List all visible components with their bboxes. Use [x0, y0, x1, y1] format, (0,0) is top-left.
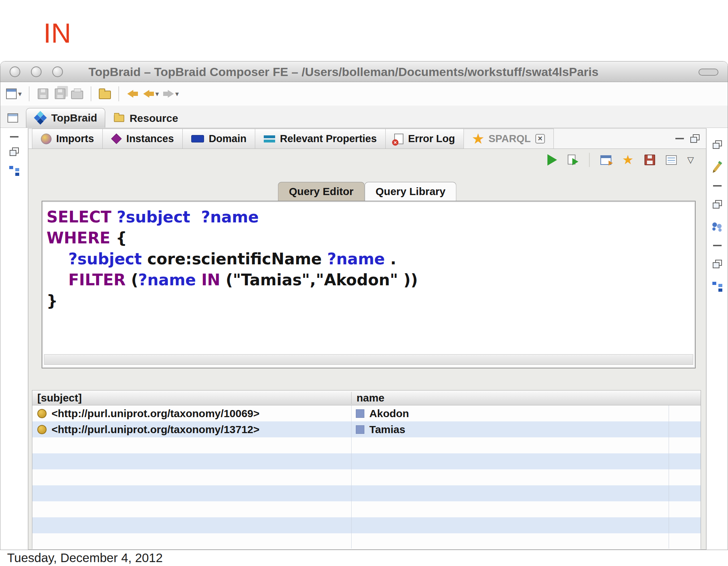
main-toolbar: ▾ ▾ ▾: [0, 82, 728, 105]
instances-view-icon[interactable]: [712, 222, 723, 231]
tab-domain[interactable]: Domain: [182, 129, 255, 149]
name-value: Akodon: [369, 408, 409, 420]
tab-label: Error Log: [408, 133, 455, 145]
code-line[interactable]: FILTER (?name IN ("Tamias","Akodon" )): [47, 269, 695, 290]
close-tab-icon[interactable]: ×: [535, 134, 545, 144]
table-row: [32, 533, 701, 549]
new-document-icon: [6, 88, 17, 99]
tab-label: Imports: [56, 133, 94, 145]
domain-icon: [191, 135, 204, 142]
open-resource-button[interactable]: [98, 86, 111, 102]
code-line[interactable]: ?subject core:scientificName ?name .: [47, 248, 695, 269]
column-divider: [351, 405, 352, 549]
sparql-view: Imports Instances Domain Relevant Proper…: [28, 128, 706, 550]
zoom-button[interactable]: [52, 66, 63, 77]
view-tab-bar: Imports Instances Domain Relevant Proper…: [28, 129, 706, 149]
save-icon: [38, 88, 48, 99]
chevron-down-icon[interactable]: ▾: [155, 90, 159, 98]
view-menu-dropdown-icon[interactable]: ▽: [687, 155, 694, 165]
minimize-icon[interactable]: [10, 136, 18, 138]
save-query-icon[interactable]: [644, 155, 655, 165]
sparql-toolbar: ★ ▽: [28, 149, 706, 171]
error-log-icon: [394, 134, 403, 144]
results-header: [subject] name: [32, 390, 701, 405]
perspective-tab-resource[interactable]: Resource: [105, 109, 186, 128]
table-row: [32, 501, 701, 517]
perspective-label: TopBraid: [51, 112, 97, 124]
table-row: [32, 517, 701, 533]
save-all-icon: [55, 88, 65, 99]
class-tree-view-icon[interactable]: [9, 166, 19, 176]
code-line[interactable]: WHERE {: [47, 227, 695, 248]
code-line[interactable]: SELECT ?subject ?name: [47, 206, 695, 227]
tab-query-library[interactable]: Query Library: [364, 182, 456, 201]
restore-view-icon[interactable]: [713, 200, 722, 209]
tab-imports[interactable]: Imports: [32, 129, 103, 149]
results-body: <http://purl.uniprot.org/taxonomy/10069>…: [32, 405, 701, 549]
open-perspective-icon[interactable]: [7, 113, 18, 123]
back-button[interactable]: ▾: [143, 86, 159, 102]
restore-view-icon[interactable]: [713, 140, 722, 149]
minimize-view-icon[interactable]: [675, 138, 684, 139]
run-query-icon[interactable]: [547, 154, 557, 166]
tab-label: SPARQL: [488, 133, 531, 145]
perspective-tab-topbraid[interactable]: TopBraid: [26, 108, 105, 128]
tab-query-editor[interactable]: Query Editor: [278, 182, 365, 201]
open-resource-icon: [99, 91, 111, 99]
query-library-list-icon[interactable]: [666, 155, 677, 165]
pin-query-icon[interactable]: ★: [622, 155, 633, 165]
save-button[interactable]: [37, 86, 49, 102]
tab-instances[interactable]: Instances: [102, 129, 183, 149]
subject-value: <http://purl.uniprot.org/taxonomy/13712>: [52, 424, 259, 436]
horizontal-scrollbar[interactable]: [44, 354, 693, 365]
maximize-view-icon[interactable]: [690, 134, 700, 143]
print-icon: [71, 91, 83, 99]
column-header-name[interactable]: name: [351, 392, 669, 404]
save-all-button[interactable]: [54, 86, 66, 102]
close-button[interactable]: [10, 66, 20, 77]
print-button[interactable]: [71, 86, 84, 102]
name-value: Tamias: [369, 424, 405, 436]
app-window: TopBraid – TopBraid Composer FE – /Users…: [0, 61, 728, 550]
run-query-to-file-icon[interactable]: [568, 155, 578, 165]
subject-value: <http://purl.uniprot.org/taxonomy/10069>: [52, 408, 259, 420]
minimize-button[interactable]: [31, 66, 42, 77]
chevron-down-icon[interactable]: ▾: [18, 90, 22, 98]
chevron-down-icon[interactable]: ▾: [175, 90, 179, 98]
query-tab-bar: Query Editor Query Library: [278, 182, 456, 201]
table-row[interactable]: <http://purl.uniprot.org/taxonomy/13712>…: [32, 421, 701, 437]
export-results-icon[interactable]: [600, 155, 611, 165]
hierarchy-view-icon[interactable]: [712, 282, 722, 292]
workbench: Imports Instances Domain Relevant Proper…: [0, 128, 728, 550]
table-row: [32, 485, 701, 501]
query-code[interactable]: SELECT ?subject ?nameWHERE { ?subject co…: [42, 201, 695, 311]
forward-button[interactable]: ▾: [163, 86, 179, 102]
tab-label: Relevant Properties: [280, 133, 376, 145]
tab-sparql[interactable]: ★ SPARQL ×: [464, 129, 554, 149]
resource-icon: [37, 409, 47, 418]
table-row[interactable]: <http://purl.uniprot.org/taxonomy/10069>…: [32, 405, 701, 421]
perspective-label: Resource: [129, 112, 178, 124]
tab-relevant-properties[interactable]: Relevant Properties: [255, 129, 385, 149]
column-header-subject[interactable]: [subject]: [32, 392, 351, 404]
restore-view-icon[interactable]: [10, 147, 19, 156]
edit-view-icon[interactable]: [713, 162, 721, 171]
imports-icon: [41, 134, 52, 144]
code-line[interactable]: }: [47, 290, 695, 311]
properties-icon: [264, 134, 275, 144]
tab-error-log[interactable]: Error Log: [385, 129, 464, 149]
restore-view-icon[interactable]: [713, 260, 722, 268]
back-arrow-icon: [143, 90, 154, 98]
view-controls: [675, 134, 700, 143]
results-table: [subject] name <http://purl.uniprot.org/…: [32, 390, 701, 549]
topbraid-logo-icon: [34, 112, 47, 124]
last-edit-location-button[interactable]: [126, 86, 139, 102]
instances-icon: [111, 134, 122, 144]
table-row: [32, 437, 701, 453]
literal-icon: [356, 425, 364, 434]
query-editor-panel[interactable]: SELECT ?subject ?nameWHERE { ?subject co…: [42, 201, 696, 368]
tab-label: Domain: [209, 133, 246, 145]
new-wizard-button[interactable]: ▾: [6, 86, 22, 102]
table-row: [32, 453, 701, 469]
toolbar-toggle-pill[interactable]: [698, 69, 718, 76]
